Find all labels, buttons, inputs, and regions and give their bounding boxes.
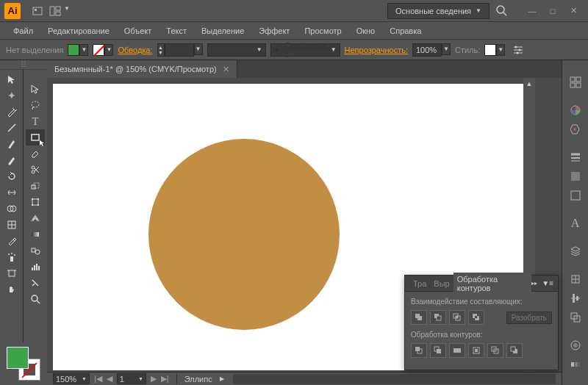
opacity-link[interactable]: Непрозрачность: xyxy=(345,46,408,54)
magic-wand-tool[interactable]: ✦ xyxy=(2,87,21,104)
opacity-value[interactable]: 100% xyxy=(412,43,442,57)
gradient-tool[interactable] xyxy=(26,226,45,242)
document-tab[interactable]: Безымянный-1* @ 150% (CMYK/Просмотр) ✕ xyxy=(47,60,237,78)
minus-front-icon[interactable] xyxy=(430,310,446,325)
panel-grid-icon[interactable] xyxy=(565,73,586,91)
opacity-dropdown[interactable]: ▼ xyxy=(442,43,451,55)
paintbrush-tool[interactable] xyxy=(2,136,21,152)
perspective-grid-tool[interactable] xyxy=(26,210,45,226)
toolbar-grip[interactable]: ⠿ xyxy=(21,60,26,69)
divide-icon[interactable] xyxy=(411,343,427,358)
panel-menu-icon[interactable]: ▼≡ xyxy=(542,279,553,287)
outline-icon[interactable] xyxy=(487,343,503,358)
column-graph-tool[interactable] xyxy=(26,259,45,275)
rectangle-tool[interactable] xyxy=(26,129,45,145)
menu-view[interactable]: Просмотр xyxy=(298,24,347,37)
zoom-input[interactable]: 150%▼ xyxy=(53,373,90,384)
arrange-icon[interactable] xyxy=(49,5,61,17)
menu-window[interactable]: Окно xyxy=(351,24,381,37)
ellipse-shape[interactable] xyxy=(148,139,340,330)
pathfinder-tab-align[interactable]: Выр xyxy=(430,277,453,290)
stroke-width-input[interactable] xyxy=(165,43,194,57)
slice-tool[interactable] xyxy=(26,275,45,291)
hand-tool[interactable] xyxy=(2,281,21,298)
symbol-sprayer-tool[interactable] xyxy=(2,249,21,265)
fill-stroke-indicator[interactable] xyxy=(7,347,40,381)
direct-selection-tool[interactable] xyxy=(26,81,45,97)
panel-appearance-icon[interactable] xyxy=(565,337,586,354)
scale-tool[interactable] xyxy=(26,178,45,194)
blend-tool[interactable] xyxy=(26,242,45,259)
workspace-switcher[interactable]: Основные сведения ▼ xyxy=(387,3,490,19)
maximize-button[interactable]: □ xyxy=(542,4,563,18)
width-tool[interactable] xyxy=(2,184,21,201)
rotate-tool[interactable] xyxy=(2,168,21,184)
menu-help[interactable]: Справка xyxy=(384,24,427,37)
selection-tool[interactable] xyxy=(2,71,21,87)
brush-select[interactable]: ●Скругление ...▼ xyxy=(270,43,340,57)
panel-styles-icon[interactable] xyxy=(565,356,586,373)
type-tool[interactable]: T xyxy=(26,113,45,129)
minus-back-icon[interactable] xyxy=(506,343,523,358)
eyedropper-tool[interactable] xyxy=(2,233,21,249)
panel-swatches-icon[interactable] xyxy=(565,120,586,138)
menu-effect[interactable]: Эффект xyxy=(253,24,295,37)
bridge-icon[interactable] xyxy=(32,5,43,17)
expand-button[interactable]: Разобрать xyxy=(506,312,552,324)
unite-icon[interactable] xyxy=(411,310,427,325)
panel-layers-icon[interactable] xyxy=(565,242,586,260)
eraser-tool[interactable] xyxy=(26,145,45,162)
style-dropdown[interactable]: ▼ xyxy=(496,44,505,56)
prefs-icon[interactable] xyxy=(512,44,526,56)
status-dropdown-icon[interactable]: ▶ xyxy=(220,375,224,382)
horizontal-scrollbar[interactable] xyxy=(233,374,556,384)
lasso-tool[interactable] xyxy=(26,97,45,113)
pathfinder-tab-pathfinder[interactable]: Обработка контуров xyxy=(453,273,532,295)
panel-stroke-icon[interactable] xyxy=(565,148,586,166)
nav-last-icon[interactable]: ▶| xyxy=(161,374,169,384)
minimize-button[interactable]: — xyxy=(522,4,542,18)
style-swatch[interactable] xyxy=(484,44,496,56)
panel-transform-icon[interactable] xyxy=(565,270,586,288)
panel-type-icon[interactable]: A xyxy=(565,215,586,232)
menu-edit[interactable]: Редактирование xyxy=(42,24,115,37)
panel-color-icon[interactable] xyxy=(565,101,586,119)
scissors-tool[interactable] xyxy=(26,162,45,178)
page-input[interactable]: 1▼ xyxy=(117,373,146,384)
panel-symbols-icon[interactable] xyxy=(565,187,586,204)
stroke-width-dropdown[interactable]: ▼ xyxy=(194,43,203,55)
artboard-tool[interactable] xyxy=(2,265,21,281)
stroke-swatch[interactable] xyxy=(93,44,104,56)
crop-icon[interactable] xyxy=(468,343,484,358)
stroke-dropdown[interactable]: ▼ xyxy=(104,44,113,56)
scroll-up-icon[interactable]: ▲ xyxy=(523,78,535,90)
panel-collapse-icon[interactable]: ▸▸ xyxy=(531,280,537,287)
fill-indicator[interactable] xyxy=(7,347,29,369)
menu-object[interactable]: Объект xyxy=(118,24,157,37)
dropdown-icon[interactable]: ▼ xyxy=(64,5,70,17)
stroke-link[interactable]: Обводка: xyxy=(118,46,152,54)
menu-file[interactable]: Файл xyxy=(7,24,39,37)
trim-icon[interactable] xyxy=(430,343,446,358)
menu-text[interactable]: Текст xyxy=(160,24,193,37)
intersect-icon[interactable] xyxy=(449,310,465,325)
nav-prev-icon[interactable]: ◀ xyxy=(107,374,112,384)
panel-pathfinder-icon[interactable] xyxy=(565,309,586,326)
mesh-tool[interactable] xyxy=(2,217,21,233)
search-icon[interactable] xyxy=(495,4,509,18)
pathfinder-tab-transform[interactable]: Тра xyxy=(409,277,430,290)
close-tab-icon[interactable]: ✕ xyxy=(223,65,229,74)
blob-brush-tool[interactable] xyxy=(2,152,21,168)
merge-icon[interactable] xyxy=(449,343,465,358)
free-transform-tool[interactable] xyxy=(26,194,45,210)
exclude-icon[interactable] xyxy=(468,310,484,325)
stroke-profile[interactable]: ▼ xyxy=(207,43,266,57)
fill-dropdown[interactable]: ▼ xyxy=(79,44,88,56)
menu-select[interactable]: Выделение xyxy=(196,24,250,37)
nav-next-icon[interactable]: ▶ xyxy=(151,374,157,384)
close-button[interactable]: ✕ xyxy=(563,4,584,18)
pen-tool[interactable] xyxy=(2,104,21,120)
line-tool[interactable] xyxy=(2,120,21,136)
shape-builder-tool[interactable] xyxy=(2,201,21,217)
panel-brushes-icon[interactable] xyxy=(565,168,586,185)
